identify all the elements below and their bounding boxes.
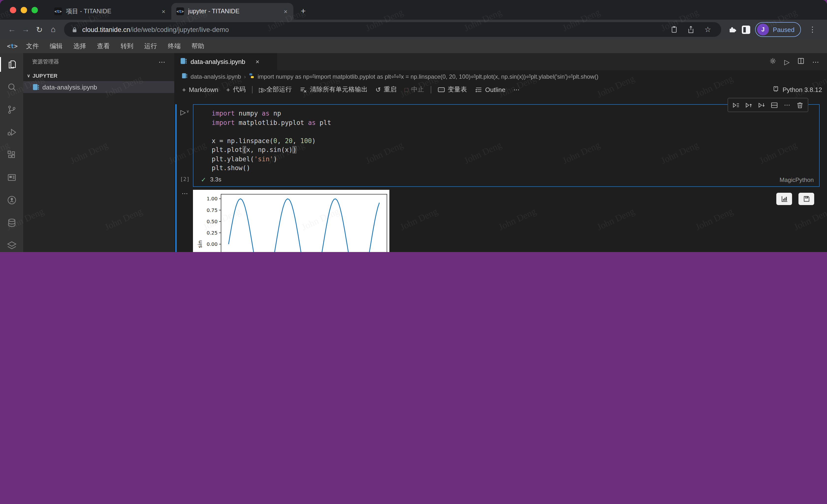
new-tab-button[interactable]: + xyxy=(296,4,310,18)
menu-item-4[interactable]: 查看 xyxy=(92,42,115,51)
notebook-body: ▷∨ [2] xyxy=(174,96,827,252)
cell-more-actions-icon[interactable]: ⋯ xyxy=(781,98,793,112)
split-editor-icon[interactable] xyxy=(797,57,805,66)
sidebar-more-icon[interactable]: ⋯ xyxy=(158,58,165,66)
avatar: J xyxy=(757,23,769,36)
source-control-icon[interactable] xyxy=(0,98,23,121)
svg-text:0.25: 0.25 xyxy=(206,230,217,235)
output-options-icon[interactable]: ⋯ xyxy=(182,189,188,252)
titanide-favicon: <t> xyxy=(54,7,62,15)
notebook-file-icon xyxy=(33,83,39,91)
clear-outputs-icon xyxy=(300,86,307,93)
save-plot-button[interactable] xyxy=(798,192,814,205)
run-all-icon: ▷▷ xyxy=(259,86,263,93)
outline-icon xyxy=(475,86,482,93)
menu-item-5[interactable]: 转到 xyxy=(115,42,139,51)
browser-tab-project[interactable]: <t> 项目 - TITANIDE × xyxy=(49,3,171,20)
close-editor-icon[interactable]: × xyxy=(256,58,259,65)
add-code-button[interactable]: +代码 xyxy=(222,83,250,95)
notebook-toolbar: +Markdown +代码 ▷▷ 全部运行 清除所有单元格输出 xyxy=(174,82,827,96)
sync-status: Paused xyxy=(773,26,794,33)
browser-menu-icon[interactable]: ⋮ xyxy=(806,25,819,34)
address-bar[interactable]: cloud.titanide.cn/ide/web/coding/jupyter… xyxy=(64,22,721,37)
search-icon[interactable] xyxy=(0,76,23,98)
browser-tab-jupyter[interactable]: <t> jupyter - TITANIDE × xyxy=(171,3,293,20)
database-icon[interactable] xyxy=(0,212,23,234)
reload-icon[interactable]: ↻ xyxy=(33,22,46,37)
file-list: data-analysis.ipynb xyxy=(23,81,174,93)
editor-more-actions-icon[interactable]: ⋯ xyxy=(812,58,819,66)
home-icon[interactable]: ⌂ xyxy=(46,22,60,37)
execute-above-icon[interactable] xyxy=(742,98,755,112)
execute-below-icon[interactable] xyxy=(755,98,768,112)
macos-window-controls[interactable] xyxy=(10,7,38,13)
svg-text:0.00: 0.00 xyxy=(206,241,217,247)
notebook-settings-gear-icon[interactable] xyxy=(769,57,777,66)
bookmark-star-icon[interactable]: ☆ xyxy=(701,25,714,34)
breadcrumb[interactable]: data-analysis.ipynb › import numpy as np… xyxy=(174,70,827,82)
tab-search-icon[interactable] xyxy=(742,25,750,34)
chevron-down-icon: ∨ xyxy=(186,109,189,114)
svg-text:1.00: 1.00 xyxy=(206,195,217,201)
variables-button[interactable]: 变量表 xyxy=(433,83,471,95)
forward-icon[interactable]: → xyxy=(19,22,33,37)
run-all-button[interactable]: ▷▷ 全部运行 xyxy=(255,83,296,95)
file-item[interactable]: data-analysis.ipynb xyxy=(23,81,174,93)
editor-area: data-analysis.ipynb × ▷ ⋯ xyxy=(174,53,827,252)
execute-cells-icon[interactable] xyxy=(730,98,742,112)
delete-cell-icon[interactable] xyxy=(793,98,806,112)
explorer-sidebar: 资源管理器 ⋯ ∨ JUPYTER data-analysis.ipynb ›大… xyxy=(23,53,174,252)
lock-icon xyxy=(71,26,78,33)
browser-tabs: <t> 项目 - TITANIDE × <t> jupyter - TITANI… xyxy=(49,0,310,20)
tab-title: 项目 - TITANIDE xyxy=(66,7,157,15)
zoom-window-button[interactable] xyxy=(32,7,38,13)
kernel-picker[interactable]: Python 3.8.12 xyxy=(772,85,822,94)
profile-badge[interactable]: J Paused xyxy=(755,22,801,37)
menu-item-3[interactable]: 选择 xyxy=(68,42,92,51)
clear-outputs-button[interactable]: 清除所有单元格输出 xyxy=(296,83,372,95)
svg-text:0.75: 0.75 xyxy=(206,207,217,213)
add-markdown-button[interactable]: +Markdown xyxy=(178,83,222,95)
run-cell-button[interactable]: ▷∨ xyxy=(181,108,189,116)
code-area[interactable]: import numpy as npimport matplotlib.pypl… xyxy=(193,109,819,173)
workspace-section[interactable]: ∨ JUPYTER xyxy=(23,70,174,81)
share-icon[interactable] xyxy=(685,25,697,34)
close-tab-icon[interactable]: × xyxy=(161,8,166,15)
code-cell[interactable]: ⋯ import numpy as npimport matplotlib.py… xyxy=(193,104,820,186)
activity-bar xyxy=(0,53,23,252)
toolbar-more-icon[interactable]: ⋯ xyxy=(509,83,524,95)
interrupt-icon: □ xyxy=(404,86,408,93)
cell-selection-bar xyxy=(175,104,177,252)
execution-duration: 3.3s xyxy=(210,176,221,183)
minimize-window-button[interactable] xyxy=(21,7,27,13)
menu-item-1[interactable]: 文件 xyxy=(21,42,44,51)
menu-item-2[interactable]: 编辑 xyxy=(44,42,68,51)
svg-text:0.50: 0.50 xyxy=(206,218,217,224)
close-tab-icon[interactable]: × xyxy=(283,8,288,15)
extensions-puzzle-icon[interactable] xyxy=(728,25,737,34)
editor-tab-notebook[interactable]: data-analysis.ipynb × xyxy=(174,53,277,70)
cell-language-label[interactable]: MagicPython xyxy=(779,176,814,183)
extensions-icon[interactable] xyxy=(0,144,23,166)
explorer-icon[interactable] xyxy=(0,53,23,76)
sidebar-title: 资源管理器 xyxy=(32,58,59,65)
menu-item-6[interactable]: 运行 xyxy=(139,42,162,51)
browser-preview-icon[interactable] xyxy=(0,166,23,189)
notebook-file-icon xyxy=(182,72,188,80)
run-all-play-icon[interactable]: ▷ xyxy=(784,58,790,66)
menu-item-7[interactable]: 终端 xyxy=(162,42,186,51)
clipboard-icon[interactable] xyxy=(668,25,681,34)
breadcrumb-cell-preview: import numpy as np⏎import matplotlib.pyp… xyxy=(258,73,598,80)
interrupt-button[interactable]: □中止 xyxy=(400,83,428,95)
titanide-logo: <t> xyxy=(4,43,21,50)
run-debug-icon[interactable] xyxy=(0,121,23,144)
close-window-button[interactable] xyxy=(10,7,16,13)
split-cell-icon[interactable] xyxy=(768,98,781,112)
open-in-data-viewer-button[interactable] xyxy=(776,192,792,205)
back-icon[interactable]: ← xyxy=(5,22,19,37)
outline-button[interactable]: Outline xyxy=(471,83,509,95)
layers-icon[interactable] xyxy=(0,234,23,252)
menu-item-8[interactable]: 帮助 xyxy=(186,42,210,51)
live-share-icon[interactable] xyxy=(0,189,23,212)
restart-button[interactable]: ↺重启 xyxy=(372,83,401,95)
